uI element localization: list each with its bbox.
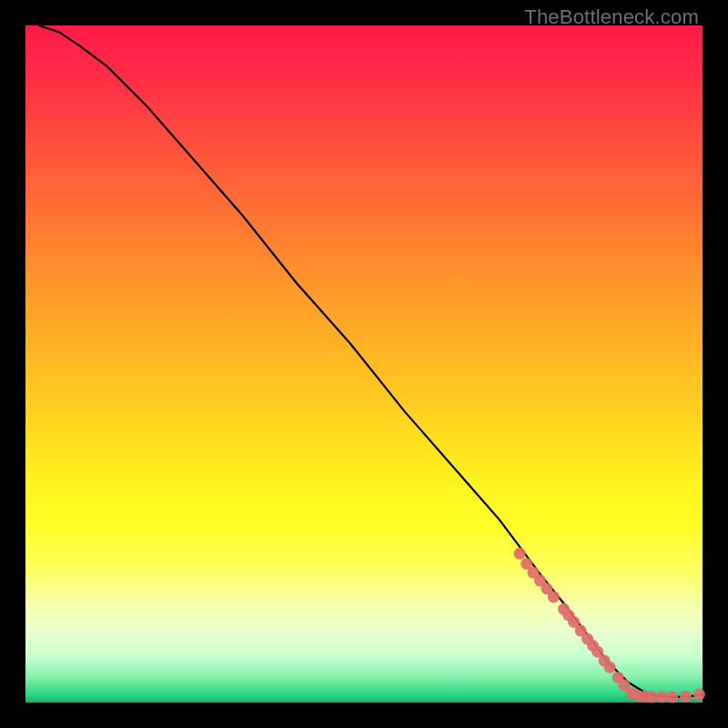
data-point bbox=[666, 692, 678, 703]
bottleneck-curve bbox=[39, 25, 703, 697]
marker-layer bbox=[514, 548, 705, 703]
data-point bbox=[548, 591, 560, 602]
chart-stage: TheBottleneck.com bbox=[0, 0, 728, 728]
plot-area bbox=[25, 25, 703, 703]
data-point bbox=[680, 691, 692, 703]
data-point bbox=[604, 662, 616, 673]
data-point bbox=[514, 548, 526, 560]
curve-layer bbox=[39, 25, 703, 697]
data-point bbox=[656, 692, 668, 703]
chart-svg bbox=[25, 25, 703, 703]
data-point bbox=[646, 692, 658, 703]
data-point bbox=[693, 689, 705, 701]
